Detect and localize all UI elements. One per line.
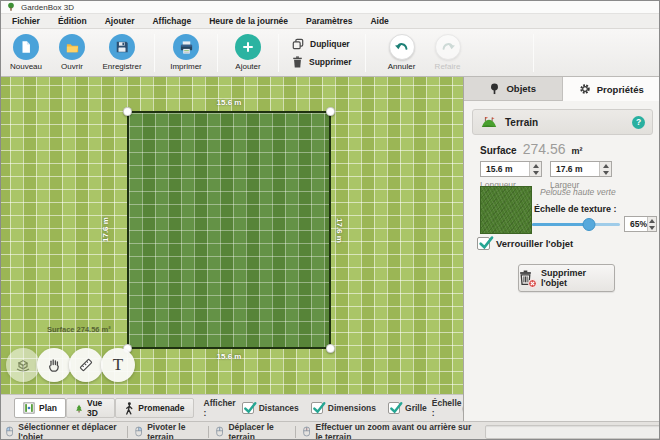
surface-value: 274.56	[523, 141, 566, 157]
window-title: GardenBox 3D	[21, 3, 74, 12]
status-hint-move: Déplacer le terrain	[216, 422, 288, 440]
toolbar-separator	[217, 34, 218, 72]
delete-badge-icon	[528, 279, 537, 288]
plot-handle-top-left[interactable]	[123, 107, 132, 116]
toolbar-separator	[278, 34, 279, 72]
tree-3d-icon	[75, 402, 83, 415]
mouse-left-click-icon	[6, 425, 13, 438]
undo-button[interactable]: Annuler	[379, 34, 425, 71]
surface-row: Surface 274.56 m²	[480, 141, 583, 157]
plan-view-button[interactable]: Plan	[14, 398, 66, 418]
orbit-tool-button[interactable]	[6, 348, 40, 382]
spin-up-icon[interactable]	[600, 162, 611, 169]
toolbar-separator	[154, 34, 155, 72]
terrain-plot[interactable]	[127, 111, 331, 349]
spin-down-icon[interactable]	[600, 169, 611, 176]
new-document-icon	[19, 40, 33, 54]
texture-scale-label: Échelle de texture :	[534, 204, 617, 214]
menu-parametres[interactable]: Paramètres	[297, 16, 361, 26]
menu-edition[interactable]: Édition	[49, 16, 96, 26]
view-toolbar: Plan Vue 3D Promenade Afficher : Distanc…	[1, 394, 463, 421]
text-tool-button[interactable]: T	[101, 348, 135, 382]
spin-down-icon[interactable]	[530, 169, 541, 176]
menu-fichier[interactable]: Fichier	[3, 16, 49, 26]
lock-object-checkbox[interactable]: Verrouiller l'objet	[477, 237, 573, 250]
surface-unit: m²	[572, 146, 583, 156]
spin-up-icon[interactable]	[530, 162, 541, 169]
open-folder-icon	[65, 40, 80, 55]
plus-icon	[241, 40, 255, 54]
mouse-middle-click-icon	[216, 425, 223, 438]
spin-up-icon[interactable]	[648, 217, 656, 224]
garden-canvas[interactable]: 15.6 m 15.6 m 17.6 m 17.6 m Surface 274.…	[1, 77, 463, 394]
status-separator	[127, 426, 128, 438]
text-tool-glyph: T	[113, 355, 123, 375]
trash-delete-icon	[519, 270, 534, 286]
slider-thumb[interactable]	[583, 218, 596, 231]
hand-icon	[46, 357, 62, 373]
walker-icon	[124, 402, 134, 415]
redo-button[interactable]: Refaire	[425, 34, 471, 71]
show-label: Afficher :	[204, 398, 236, 418]
surface-label: Surface	[480, 145, 517, 156]
dimension-label-left: 17.6 m	[101, 111, 110, 349]
texture-swatch[interactable]	[480, 186, 532, 234]
duplicate-button[interactable]: Dupliquer	[292, 38, 352, 50]
length-spinner[interactable]: 15.6 m	[480, 161, 542, 177]
new-button[interactable]: Nouveau	[3, 34, 49, 71]
menu-bar: Fichier Édition Ajouter Affichage Heure …	[1, 14, 660, 29]
mouse-wheel-icon	[303, 425, 310, 438]
check-icon	[389, 401, 403, 415]
width-spinner[interactable]: 17.6 m	[550, 161, 612, 177]
app-logo-tree-icon	[6, 2, 16, 12]
open-button[interactable]: Ouvrir	[49, 34, 95, 71]
status-hint-select: Sélectionner et déplacer l'objet	[6, 422, 120, 440]
surface-annotation: Surface 274.56 m²	[47, 325, 111, 334]
measure-tool-button[interactable]	[69, 348, 103, 382]
grid-checkbox[interactable]: Grille	[388, 402, 427, 414]
undo-icon	[394, 40, 410, 54]
delete-object-button[interactable]: Supprimer l'objet	[518, 264, 615, 292]
terrain-title: Terrain	[505, 117, 625, 128]
ruler-icon	[77, 356, 95, 374]
mouse-right-click-icon	[135, 425, 142, 438]
save-button[interactable]: Enregistrer	[95, 34, 149, 71]
check-icon	[478, 235, 494, 251]
texture-scale-slider[interactable]	[532, 218, 620, 231]
app-window: GardenBox 3D Fichier Édition Ajouter Aff…	[0, 0, 660, 440]
status-separator	[208, 426, 209, 438]
help-icon[interactable]: ?	[632, 116, 645, 129]
redo-icon	[440, 40, 456, 54]
pan-tool-button[interactable]	[37, 348, 71, 382]
dimension-label-top: 15.6 m	[127, 98, 331, 107]
menu-heure[interactable]: Heure de la journée	[200, 16, 297, 26]
save-floppy-icon	[115, 40, 129, 54]
walkthrough-button[interactable]: Promenade	[115, 398, 193, 418]
trash-icon	[292, 56, 303, 68]
check-icon	[312, 401, 326, 415]
tab-objets[interactable]: Objets	[464, 77, 563, 101]
orbit-3d-icon	[14, 356, 32, 374]
tab-proprietes[interactable]: Propriétés	[563, 77, 660, 101]
menu-aide[interactable]: Aide	[361, 16, 397, 26]
scale-label: Échelle :	[432, 398, 462, 418]
add-button[interactable]: Ajouter	[223, 34, 273, 71]
dimension-label-right: 17.6 m	[335, 111, 344, 349]
distances-checkbox[interactable]: Distances	[242, 402, 299, 414]
toolbar-separator	[533, 34, 534, 72]
menu-affichage[interactable]: Affichage	[143, 16, 200, 26]
texture-scale-spinner[interactable]: 65%	[624, 216, 657, 232]
delete-button-toolbar[interactable]: Supprimer	[292, 56, 352, 68]
plan-icon	[23, 402, 35, 414]
edit-actions-group: Dupliquer Supprimer	[292, 38, 352, 68]
spin-down-icon[interactable]	[648, 224, 656, 231]
menu-ajouter[interactable]: Ajouter	[96, 16, 144, 26]
dimensions-checkbox[interactable]: Dimensions	[311, 402, 376, 414]
slider-fill	[532, 223, 589, 226]
print-button[interactable]: Imprimer	[160, 34, 212, 71]
plot-handle-top-right[interactable]	[326, 107, 335, 116]
check-icon	[243, 401, 257, 415]
view-3d-button[interactable]: Vue 3D	[66, 398, 115, 418]
panel-tabs: Objets Propriétés	[464, 77, 660, 101]
terrain-icon	[480, 115, 498, 129]
